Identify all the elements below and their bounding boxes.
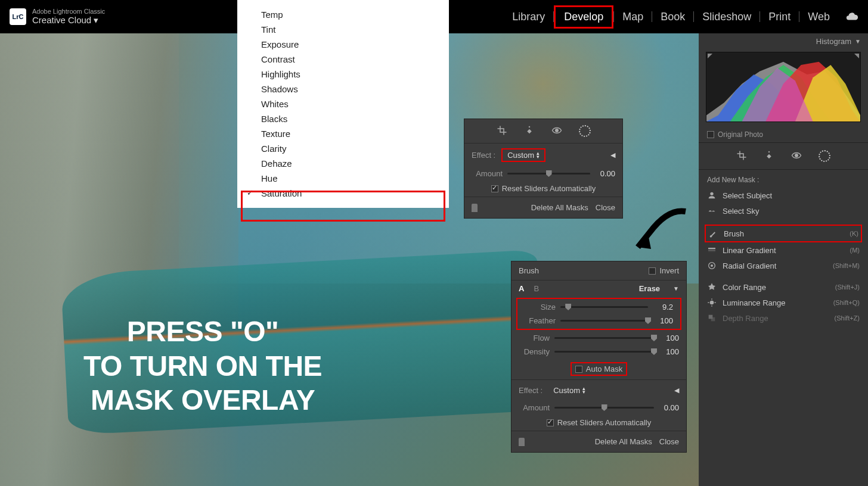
feather-slider[interactable]	[560, 320, 648, 322]
pin-icon[interactable]	[472, 204, 478, 212]
density-value: 100	[659, 347, 679, 356]
histogram[interactable]	[706, 52, 861, 122]
lightroom-logo-icon: LrC	[10, 8, 26, 25]
app-subtitle[interactable]: Creative Cloud ▾	[32, 15, 105, 26]
menu-highlights[interactable]: Highlights	[237, 67, 449, 82]
heal-icon[interactable]	[524, 125, 535, 136]
pin-icon[interactable]	[519, 438, 525, 446]
menu-tint[interactable]: Tint	[237, 22, 449, 37]
module-library[interactable]: Library	[504, 7, 553, 27]
add-mask-label: Add New Mask :	[707, 176, 860, 184]
amount-slider[interactable]	[554, 407, 654, 409]
sky-icon	[707, 206, 717, 216]
app-identity: Adobe Lightroom Classic Creative Cloud ▾	[32, 8, 105, 26]
svg-rect-16	[711, 317, 715, 322]
mask-select-subject[interactable]: Select Subject	[707, 188, 860, 203]
amount-slider[interactable]	[507, 173, 590, 175]
feather-label: Feather	[525, 316, 556, 325]
brush-panel: Brush Invert A B Erase ▼ Size 9.2 Feathe…	[511, 261, 687, 453]
menu-hue[interactable]: Hue	[237, 171, 449, 186]
size-value: 9.2	[653, 303, 673, 311]
flow-slider[interactable]	[554, 337, 654, 339]
disclosure-icon[interactable]: ▼	[673, 285, 679, 292]
mask-radial-gradient[interactable]: Radial Gradient(Shift+M)	[707, 258, 860, 273]
amount-slider-row: Amount 0.00	[512, 401, 686, 415]
redeye-icon[interactable]	[791, 150, 802, 161]
cloud-sync-icon[interactable]	[845, 10, 858, 23]
module-book[interactable]: Book	[652, 7, 693, 27]
disclosure-left-icon[interactable]: ◀	[610, 151, 615, 159]
reset-row: Reset Sliders Automatically	[512, 415, 686, 431]
svg-point-0	[555, 129, 559, 132]
effect-label: Effect :	[519, 386, 542, 395]
density-label: Density	[519, 347, 550, 356]
mask-linear-gradient[interactable]: Linear Gradient(M)	[707, 242, 860, 258]
module-map[interactable]: Map	[614, 7, 652, 27]
mask-depth-range: Depth Range(Shift+Z)	[707, 310, 860, 326]
disclosure-left-icon[interactable]: ◀	[674, 387, 679, 394]
crop-icon[interactable]	[736, 150, 747, 161]
histogram-header[interactable]: Histogram▼	[699, 33, 868, 49]
svg-point-13	[711, 264, 713, 267]
density-slider[interactable]	[554, 351, 654, 353]
panel-footer: Delete All Masks Close	[464, 197, 622, 218]
annotation-highlight-hue-saturation	[241, 191, 445, 222]
size-label: Size	[525, 303, 556, 311]
density-slider-row: Density 100	[512, 345, 686, 359]
automask-checkbox[interactable]	[575, 366, 582, 373]
close-button[interactable]: Close	[659, 437, 679, 446]
menu-exposure[interactable]: Exposure	[237, 37, 449, 52]
menu-contrast[interactable]: Contrast	[237, 52, 449, 67]
mask-select-sky[interactable]: Select Sky	[707, 203, 860, 219]
delete-masks-button[interactable]: Delete All Masks	[531, 203, 588, 212]
invert-checkbox[interactable]	[649, 267, 656, 275]
heal-icon[interactable]	[764, 150, 774, 161]
module-web[interactable]: Web	[799, 7, 838, 27]
depth-icon	[707, 313, 717, 323]
module-develop[interactable]: Develop	[554, 5, 613, 29]
menu-shadows[interactable]: Shadows	[237, 82, 449, 96]
erase-button[interactable]: Erase	[639, 284, 660, 293]
reset-label: Reset Sliders Automatically	[557, 418, 652, 427]
menu-texture[interactable]: Texture	[237, 126, 449, 141]
masking-icon[interactable]	[579, 125, 591, 137]
clip-warning-right-icon[interactable]	[854, 54, 859, 58]
flow-slider-row: Flow 100	[512, 331, 686, 345]
svg-point-14	[710, 301, 714, 305]
right-tool-strip	[699, 143, 868, 170]
mask-color-range[interactable]: Color Range(Shift+J)	[707, 279, 860, 295]
reset-row: Reset Sliders Automatically	[464, 180, 622, 197]
masking-icon[interactable]	[819, 150, 830, 162]
effect-select[interactable]: Custom▴▾	[501, 148, 545, 162]
crop-icon[interactable]	[497, 125, 507, 136]
automask-label: Auto Mask	[586, 364, 622, 373]
subject-icon	[707, 191, 717, 200]
mask-brush[interactable]: Brush(K)	[705, 225, 862, 242]
reset-checkbox[interactable]	[547, 419, 554, 426]
module-print[interactable]: Print	[760, 7, 799, 27]
menu-dehaze[interactable]: Dehaze	[237, 156, 449, 171]
menu-clarity[interactable]: Clarity	[237, 141, 449, 156]
effect-select[interactable]: Custom▴▾	[548, 385, 590, 396]
menu-temp[interactable]: Temp	[237, 7, 449, 22]
brush-title: Brush	[519, 266, 539, 275]
module-slideshow[interactable]: Slideshow	[694, 7, 760, 27]
effect-label: Effect :	[472, 151, 495, 160]
mask-luminance-range[interactable]: Luminance Range(Shift+Q)	[707, 295, 860, 310]
delete-masks-button[interactable]: Delete All Masks	[595, 437, 652, 446]
size-slider[interactable]	[560, 306, 648, 308]
clip-warning-left-icon[interactable]	[708, 54, 712, 58]
original-photo-checkbox[interactable]	[707, 131, 714, 138]
reset-checkbox[interactable]	[491, 185, 498, 192]
menu-blacks[interactable]: Blacks	[237, 111, 449, 126]
amount-value: 0.00	[659, 403, 679, 412]
menu-whites[interactable]: Whites	[237, 96, 449, 111]
radial-gradient-icon	[707, 261, 717, 270]
brush-a-button[interactable]: A	[519, 284, 524, 293]
close-button[interactable]: Close	[596, 203, 615, 212]
brush-ab-row: A B Erase ▼	[512, 281, 686, 297]
redeye-icon[interactable]	[551, 125, 562, 136]
brush-icon	[708, 229, 718, 238]
feather-value: 100	[653, 316, 673, 325]
brush-b-button[interactable]: B	[534, 284, 539, 293]
